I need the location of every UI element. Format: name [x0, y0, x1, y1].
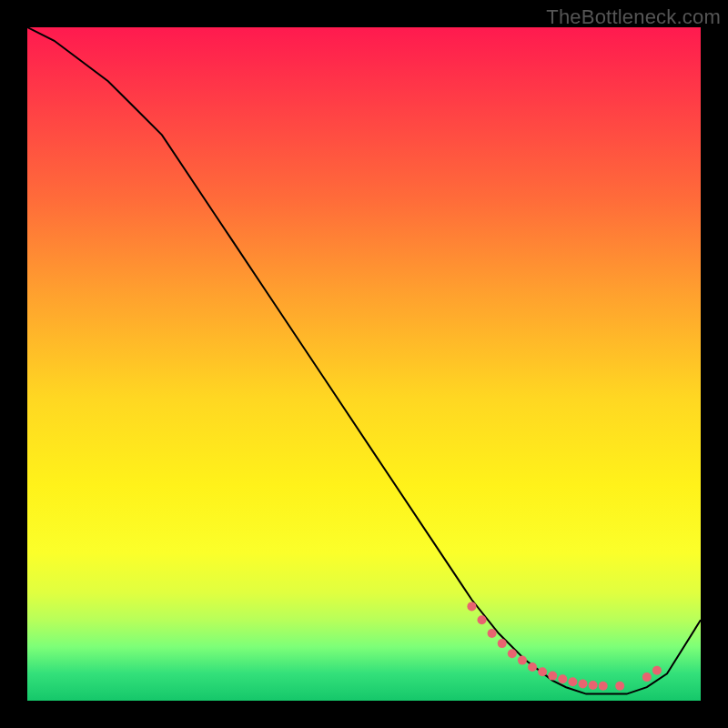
marker-dot [652, 666, 662, 675]
chart-svg [27, 27, 701, 701]
marker-dot [599, 682, 608, 691]
marker-dot [518, 656, 527, 665]
curve-line [27, 27, 701, 694]
marker-dot [558, 674, 567, 683]
marker-dot [528, 662, 537, 672]
marker-dot [615, 682, 624, 691]
marker-dot [589, 681, 598, 690]
marker-group [467, 602, 662, 690]
plot-area [27, 27, 701, 701]
marker-dot [478, 615, 487, 624]
marker-dot [508, 649, 517, 658]
marker-dot [498, 639, 507, 648]
marker-dot [579, 680, 588, 689]
marker-dot [548, 672, 557, 681]
chart-frame: TheBottleneck.com [0, 0, 728, 728]
marker-dot [488, 629, 497, 638]
marker-dot [467, 602, 476, 611]
marker-dot [538, 667, 547, 676]
marker-dot [642, 672, 652, 682]
marker-dot [568, 677, 577, 686]
watermark-text: TheBottleneck.com [546, 5, 721, 29]
